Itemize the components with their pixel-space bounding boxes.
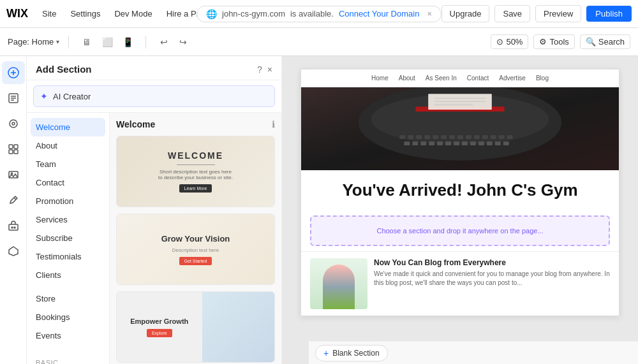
svg-rect-35 <box>482 135 488 139</box>
panel-title: Add Section <box>36 64 92 75</box>
main-content: Add Section ? × ✦ AI Creator Welcome Abo… <box>0 56 638 364</box>
category-list: Welcome About Team Contact Promotion Ser… <box>27 113 110 364</box>
topbar-right-actions: Upgrade Save Preview Publish <box>441 5 632 22</box>
nav-advertise[interactable]: Advertise <box>499 75 526 82</box>
svg-rect-30 <box>441 135 447 139</box>
plus-circle-icon: + <box>323 348 329 358</box>
svg-rect-33 <box>466 135 471 139</box>
category-item-events[interactable]: Events <box>27 326 109 345</box>
template-card-3[interactable]: Empower Growth Explore <box>116 291 275 363</box>
tpl1-text: Short description text goes here to desc… <box>158 169 234 180</box>
blog-post-text: We've made it quick and convenient for y… <box>374 270 610 288</box>
svg-rect-37 <box>499 135 505 139</box>
sidebar-design-icon[interactable] <box>2 112 25 135</box>
page-selector[interactable]: Page: Home ▾ <box>8 37 59 47</box>
tpl2-button: Get Started <box>179 257 212 265</box>
sidebar-components-icon[interactable] <box>2 138 25 161</box>
svg-rect-11 <box>9 150 13 154</box>
ai-creator-section: ✦ AI Creator <box>27 80 281 113</box>
svg-rect-27 <box>416 135 422 139</box>
svg-line-15 <box>14 198 16 200</box>
category-item-store[interactable]: Store <box>27 289 109 308</box>
upgrade-button[interactable]: Upgrade <box>441 5 490 22</box>
tools-button[interactable]: ⚙ Tools <box>533 34 574 49</box>
globe-icon: 🌐 <box>206 9 217 19</box>
search-label: Search <box>598 37 625 47</box>
blog-post-title: Now You Can Blog from Everywhere <box>374 258 610 267</box>
ai-creator-button[interactable]: ✦ AI Creator <box>33 85 275 107</box>
connect-domain-link[interactable]: Connect Your Domain <box>339 9 419 18</box>
nav-contact[interactable]: Contact <box>467 75 489 82</box>
desktop-view-button[interactable]: 🖥 <box>78 33 96 51</box>
sidebar-pages-icon[interactable] <box>2 87 25 110</box>
nav-as-seen-in[interactable]: As Seen In <box>426 75 457 82</box>
category-item-welcome[interactable]: Welcome <box>31 118 105 136</box>
svg-rect-34 <box>474 135 480 139</box>
left-sidebar-icons <box>0 56 27 364</box>
category-item-testimonials[interactable]: Testimonials <box>27 247 109 266</box>
zoom-circle-icon: ⊙ <box>496 37 503 47</box>
typewriter-svg <box>301 87 619 170</box>
panel-header-icons: ? × <box>257 64 272 75</box>
category-item-services[interactable]: Services <box>27 210 109 229</box>
secondary-toolbar: Page: Home ▾ 🖥 ⬜ 📱 ↩ ↪ ⊙ 50% ⚙ Tools 🔍 S… <box>0 28 638 56</box>
category-item-contact[interactable]: Contact <box>27 173 109 192</box>
redo-button[interactable]: ↪ <box>174 33 192 51</box>
search-button[interactable]: 🔍 Search <box>580 34 630 49</box>
tools-label: Tools <box>549 37 568 47</box>
save-button[interactable]: Save <box>494 5 530 22</box>
template-preview-3: Empower Growth Explore <box>117 292 274 362</box>
domain-bar-close-icon[interactable]: × <box>427 9 432 18</box>
category-item-bookings[interactable]: Bookings <box>27 308 109 326</box>
sidebar-media-icon[interactable] <box>2 163 25 186</box>
template-preview-1: WELCOME Short description text goes here… <box>117 136 274 207</box>
blog-content: Now You Can Blog from Everywhere We've m… <box>374 258 610 309</box>
search-icon: 🔍 <box>586 37 596 47</box>
hero-title: You've Arrived! John C's Gym <box>301 170 619 210</box>
zoom-control[interactable]: ⊙ 50% <box>491 34 528 49</box>
panel-help-icon[interactable]: ? <box>257 64 262 75</box>
publish-button[interactable]: Publish <box>586 6 632 22</box>
category-item-clients[interactable]: Clients <box>27 266 109 284</box>
category-item-about[interactable]: About <box>27 136 109 155</box>
svg-rect-10 <box>14 145 18 149</box>
panel-header: Add Section ? × <box>27 56 281 80</box>
nav-site[interactable]: Site <box>36 6 63 21</box>
svg-rect-29 <box>433 135 438 139</box>
tpl3-image <box>202 292 275 362</box>
nav-about[interactable]: About <box>399 75 415 82</box>
nav-dev-mode[interactable]: Dev Mode <box>108 6 158 21</box>
nav-blog[interactable]: Blog <box>536 75 549 82</box>
sidebar-add-section-icon[interactable] <box>2 61 25 84</box>
info-icon[interactable]: ℹ <box>272 119 275 129</box>
sidebar-store-icon[interactable] <box>2 214 25 237</box>
undo-button[interactable]: ↩ <box>155 33 173 51</box>
page-label-text: Page: Home <box>8 37 54 47</box>
template-card-2[interactable]: Grow Your Vision Description text here G… <box>116 214 275 285</box>
svg-point-7 <box>10 120 17 127</box>
nav-settings[interactable]: Settings <box>64 6 107 21</box>
svg-rect-45 <box>454 142 459 145</box>
tpl1-divider <box>177 164 215 165</box>
svg-rect-43 <box>437 142 443 145</box>
svg-rect-28 <box>424 135 430 139</box>
blog-person-image <box>310 258 367 309</box>
tablet-view-button[interactable]: ⬜ <box>98 33 116 51</box>
category-item-team[interactable]: Team <box>27 155 109 173</box>
nav-home[interactable]: Home <box>371 75 389 82</box>
blank-section-bar: + Blank Section <box>309 341 638 364</box>
blank-section-button[interactable]: + Blank Section <box>315 345 388 361</box>
category-item-promotion[interactable]: Promotion <box>27 192 109 210</box>
sidebar-blog-icon[interactable] <box>2 189 25 212</box>
panel-close-icon[interactable]: × <box>267 64 272 75</box>
svg-rect-40 <box>412 142 418 145</box>
mobile-view-button[interactable]: 📱 <box>119 33 137 51</box>
category-item-subscribe[interactable]: Subscribe <box>27 229 109 247</box>
preview-button[interactable]: Preview <box>535 5 581 22</box>
svg-rect-44 <box>445 142 451 145</box>
zoom-level: 50% <box>506 37 523 47</box>
drop-zone[interactable]: Choose a section and drop it anywhere on… <box>310 215 610 246</box>
sidebar-apps-icon[interactable] <box>2 240 25 263</box>
template-card-1[interactable]: WELCOME Short description text goes here… <box>116 136 275 207</box>
canvas-area: Home About As Seen In Contact Advertise … <box>282 56 638 364</box>
